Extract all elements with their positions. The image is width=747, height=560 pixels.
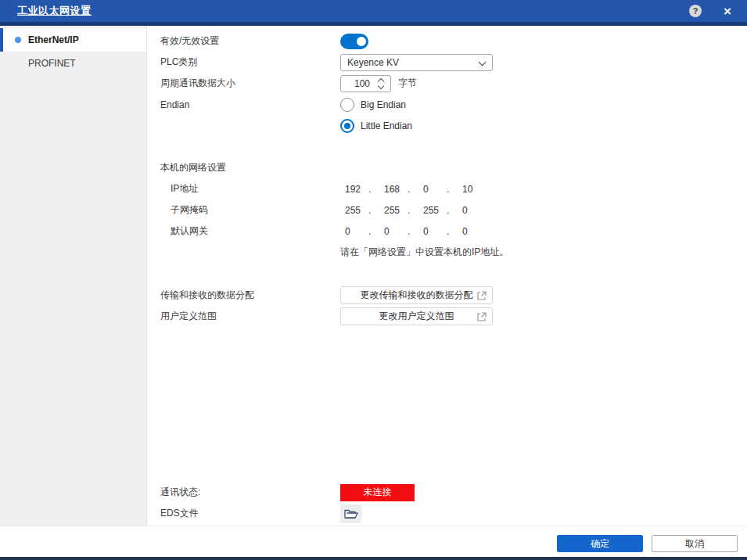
octet: 0 — [462, 205, 486, 216]
ip-address-row: IP地址 192 . 168 . 0 . 10 — [147, 178, 747, 199]
octet: 10 — [462, 184, 486, 195]
open-folder-icon — [343, 508, 359, 520]
octet: 255 — [423, 205, 447, 216]
sidebar-item-profinet[interactable]: PROFINET — [0, 52, 146, 75]
chevron-down-icon — [479, 58, 487, 66]
ip-address-label: IP地址 — [147, 182, 340, 196]
selected-dot-icon — [15, 37, 21, 43]
cancel-button[interactable]: 取消 — [652, 535, 738, 552]
cycle-size-label: 周期通讯数据大小 — [147, 77, 340, 90]
sidebar-item-label: PROFINET — [28, 58, 76, 69]
ok-button[interactable]: 确定 — [557, 535, 643, 552]
radio-label: Big Endian — [361, 99, 406, 110]
plc-type-value: Keyence KV — [347, 57, 399, 68]
default-gateway-label: 默认网关 — [147, 224, 340, 238]
sidebar: EtherNet/IP PROFINET — [0, 26, 147, 526]
octet-separator: . — [408, 226, 423, 237]
octet-separator: . — [408, 205, 423, 216]
default-gateway-value: 0 . 0 . 0 . 0 — [340, 226, 493, 237]
dialog-footer: 确定 取消 — [0, 526, 747, 557]
dialog-title: 工业以太网设置 — [17, 4, 92, 18]
comm-status-row: 通讯状态: 未连接 — [147, 482, 747, 503]
settings-panel: 有效/无效设置 PLC类别 Keyence KV 周期通讯数据大小 — [147, 26, 747, 526]
endian-row-big: Endian Big Endian — [147, 94, 747, 115]
endian-label: Endian — [147, 99, 340, 110]
status-badge: 未连接 — [340, 484, 415, 501]
close-icon[interactable]: × — [724, 5, 731, 18]
cycle-size-unit: 字节 — [398, 77, 417, 90]
octet: 0 — [345, 226, 368, 237]
octet-separator: . — [368, 184, 384, 195]
plc-type-select[interactable]: Keyence KV — [340, 54, 493, 71]
octet: 255 — [345, 205, 368, 216]
network-hint: 请在「网络设置」中设置本机的IP地址。 — [340, 246, 508, 259]
title-bar: 工业以太网设置 ? × — [0, 0, 747, 22]
octet: 0 — [423, 184, 447, 195]
default-gateway-row: 默认网关 0 . 0 . 0 . 0 — [147, 221, 747, 242]
change-user-range-button[interactable]: 更改用户定义范围 — [340, 307, 493, 325]
octet: 168 — [384, 184, 408, 195]
titlebar-actions: ? × — [689, 0, 747, 22]
enable-row: 有效/无效设置 — [147, 31, 747, 52]
endian-row-little: Little Endian — [147, 115, 747, 136]
octet-separator: . — [447, 226, 462, 237]
eds-file-label: EDS文件 — [147, 507, 340, 520]
plc-type-row: PLC类别 Keyence KV — [147, 52, 747, 73]
toggle-knob — [357, 37, 366, 46]
octet: 0 — [384, 226, 408, 237]
button-label: 更改传输和接收的数据分配 — [361, 289, 473, 302]
octet-separator: . — [368, 205, 384, 216]
network-hint-row: 请在「网络设置」中设置本机的IP地址。 — [147, 242, 747, 263]
octet-separator: . — [408, 184, 423, 195]
radio-icon[interactable] — [340, 119, 354, 133]
octet: 0 — [423, 226, 447, 237]
radio-label: Little Endian — [361, 120, 412, 131]
octet-separator: . — [447, 184, 462, 195]
eds-file-row: EDS文件 — [147, 503, 747, 524]
cycle-size-row: 周期通讯数据大小 字节 — [147, 73, 747, 94]
help-icon[interactable]: ? — [689, 5, 702, 17]
button-label: 更改用户定义范围 — [379, 310, 454, 323]
ip-address-value: 192 . 168 . 0 . 10 — [340, 184, 493, 195]
data-allocation-row: 传输和接收的数据分配 更改传输和接收的数据分配 — [147, 285, 747, 306]
comm-status-label: 通讯状态: — [147, 486, 340, 499]
user-range-label: 用户定义范围 — [147, 310, 340, 323]
octet-separator: . — [447, 205, 462, 216]
change-data-allocation-button[interactable]: 更改传输和接收的数据分配 — [340, 286, 493, 304]
spinner-steppers[interactable] — [378, 77, 386, 90]
network-section-header-row: 本机的网络设置 — [147, 157, 747, 178]
enable-label: 有效/无效设置 — [147, 34, 340, 48]
subnet-mask-row: 子网掩码 255 . 255 . 255 . 0 — [147, 199, 747, 221]
open-eds-file-button[interactable] — [340, 504, 361, 523]
sidebar-item-ethernet-ip[interactable]: EtherNet/IP — [0, 28, 146, 52]
external-link-icon — [476, 312, 487, 322]
plc-type-label: PLC类别 — [147, 56, 340, 69]
octet: 255 — [384, 205, 408, 216]
network-section-header: 本机的网络设置 — [147, 161, 340, 174]
radio-big-endian[interactable]: Big Endian — [340, 98, 406, 112]
octet: 0 — [462, 226, 486, 237]
subnet-mask-value: 255 . 255 . 255 . 0 — [340, 205, 493, 216]
sidebar-item-label: EtherNet/IP — [28, 34, 79, 45]
data-allocation-label: 传输和接收的数据分配 — [147, 289, 340, 302]
window-bottom-edge — [0, 557, 747, 560]
external-link-icon — [476, 291, 487, 301]
octet-separator: . — [368, 226, 384, 237]
chevron-down-icon[interactable] — [378, 82, 384, 88]
octet: 192 — [345, 184, 368, 195]
radio-little-endian[interactable]: Little Endian — [340, 119, 412, 133]
subnet-mask-label: 子网掩码 — [147, 203, 340, 217]
enable-toggle[interactable] — [340, 34, 368, 49]
user-range-row: 用户定义范围 更改用户定义范围 — [147, 306, 747, 327]
industrial-ethernet-settings-dialog: 工业以太网设置 ? × EtherNet/IP PROFINET 有效/无效设置 — [0, 0, 747, 560]
radio-icon[interactable] — [340, 98, 354, 112]
